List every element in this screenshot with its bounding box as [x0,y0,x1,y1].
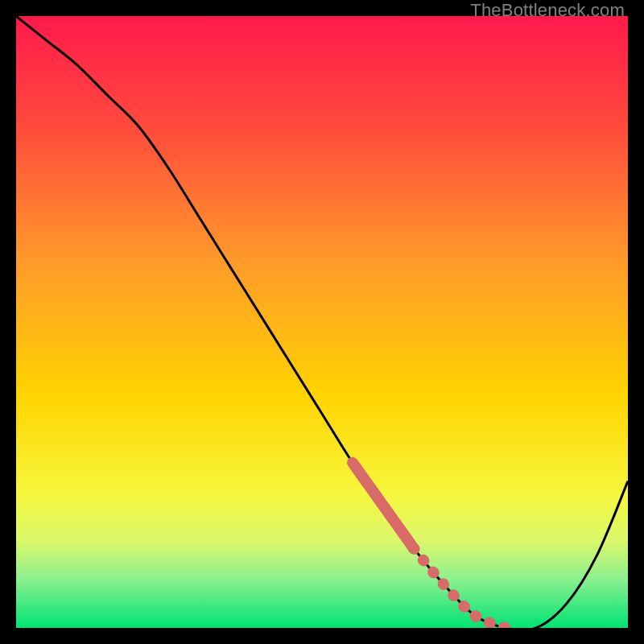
bottleneck-chart [16,16,628,628]
chart-frame [16,16,628,628]
watermark-label: TheBottleneck.com [470,0,625,21]
gradient-background [16,16,628,628]
